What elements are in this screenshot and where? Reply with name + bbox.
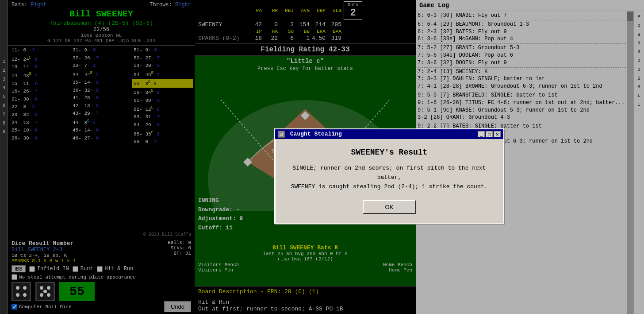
modal-message: SINGLE; runner on 2nd scores; on first p… bbox=[288, 164, 490, 191]
modal-icon: ⊞ bbox=[278, 131, 285, 138]
modal-close-button[interactable]: ✕ bbox=[494, 131, 501, 137]
modal-minimize-button[interactable]: _ bbox=[478, 131, 485, 137]
modal-body: SWEENEY's Result SINGLE; runner on 2nd s… bbox=[275, 139, 503, 223]
modal-maximize-button[interactable]: □ bbox=[486, 131, 493, 137]
modal-window: ⊞ Caught Stealing _ □ ✕ SWEENEY's Result… bbox=[274, 128, 504, 224]
modal-title-left: ⊞ Caught Stealing bbox=[278, 131, 342, 138]
modal-message1: SINGLE; runner on 2nd scores; on first p… bbox=[293, 165, 486, 181]
modal-titlebar: ⊞ Caught Stealing _ □ ✕ bbox=[275, 129, 503, 139]
modal-result-heading: SWEENEY's Result bbox=[288, 148, 490, 157]
modal-message2: SWEENEY is caught stealing 2nd (2-4); 1 … bbox=[291, 183, 488, 190]
modal-overlay: ⊞ Caught Stealing _ □ ✕ SWEENEY's Result… bbox=[0, 0, 644, 314]
modal-title-text: Caught Stealing bbox=[290, 131, 342, 137]
modal-controls: _ □ ✕ bbox=[478, 131, 501, 137]
modal-ok-button[interactable]: OK bbox=[363, 200, 416, 214]
